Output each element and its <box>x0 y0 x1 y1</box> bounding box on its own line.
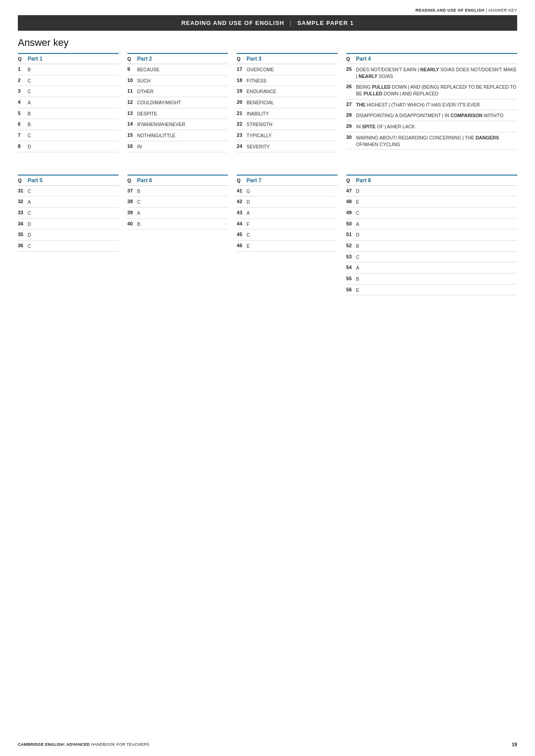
part3-q-label: Q <box>237 56 247 61</box>
table-row: 24SEVERITY <box>237 141 337 152</box>
sections-container: Q Part 1 1B 2C 3C 4A 5B 6B 7C 8D Q Part … <box>0 53 535 304</box>
table-row: 8D <box>18 141 119 152</box>
table-row: 4A <box>18 97 119 108</box>
part1-name: Part 1 <box>28 56 42 62</box>
table-row: 41G <box>237 186 337 197</box>
table-row: 42D <box>237 196 337 208</box>
table-row: 37B <box>128 186 228 197</box>
part2-name: Part 2 <box>137 56 152 62</box>
part7-q-label: Q <box>237 178 247 183</box>
table-row: 23TYPICALLY <box>237 130 337 141</box>
part6-header: Q Part 6 <box>128 176 228 186</box>
part1-q-label: Q <box>18 56 28 61</box>
part4-q-label: Q <box>346 56 356 61</box>
header-section: READING AND USE OF ENGLISH <box>416 8 485 12</box>
part2-table: Q Part 2 9BECAUSE 10SUCH 11OTHER 12COULD… <box>128 53 228 152</box>
table-row: 27 THE HIGHEST | (THAT/ WHICH) IT HAS EV… <box>346 99 517 110</box>
table-row: 13DESPITE <box>128 108 228 119</box>
table-row: 11OTHER <box>128 86 228 97</box>
table-row: 35D <box>18 229 119 241</box>
part5-table: Q Part 5 31C 32A 33C 34D 35D 36C <box>18 175 119 296</box>
table-row: 18FITNESS <box>237 75 337 86</box>
part7-name: Part 7 <box>247 177 261 184</box>
part3-name: Part 3 <box>247 56 261 62</box>
part5-name: Part 5 <box>28 177 42 184</box>
part2-header: Q Part 2 <box>128 54 228 64</box>
title-bar: READING AND USE OF ENGLISH | SAMPLE PAPE… <box>18 15 517 31</box>
table-row: 31C <box>18 186 119 197</box>
table-row: 1B <box>18 64 119 75</box>
table-row: 54A <box>346 262 517 274</box>
page-header: READING AND USE OF ENGLISH | ANSWER KEY <box>0 0 535 15</box>
table-row: 22STRENGTH <box>237 119 337 130</box>
table-row: 46E <box>237 241 337 252</box>
part1-table: Q Part 1 1B 2C 3C 4A 5B 6B 7C 8D <box>18 53 119 152</box>
table-row: 50A <box>346 219 517 230</box>
table-row: 12COULD/MAY/MIGHT <box>128 97 228 108</box>
row-section-2: Q Part 5 31C 32A 33C 34D 35D 36C Q Part … <box>0 175 535 296</box>
table-row: 14IF/WHEN/WHENEVER <box>128 119 228 130</box>
table-row: 51D <box>346 229 517 241</box>
part8-header: Q Part 8 <box>346 176 517 186</box>
part6-q-label: Q <box>128 178 137 183</box>
table-row: 55B <box>346 274 517 285</box>
table-row: 49C <box>346 208 517 219</box>
table-row: 30 WARNING ABOUT/ REGARDING/ CONCERNING … <box>346 132 517 150</box>
footer-left: CAMBRIDGE ENGLISH: ADVANCED HANDBOOK FOR… <box>18 742 149 747</box>
table-row: 39A <box>128 208 228 219</box>
table-row: 48E <box>346 196 517 208</box>
table-row: 7C <box>18 130 119 141</box>
table-row: 33C <box>18 208 119 219</box>
table-row: 28 DISAPPOINTING/ A DISAPPOINTMENT | IN … <box>346 110 517 121</box>
table-row: 17OVERCOME <box>237 64 337 75</box>
table-row: 19ENDURANCE <box>237 86 337 97</box>
table-row: 21INABILITY <box>237 108 337 119</box>
part3-header: Q Part 3 <box>237 54 337 64</box>
table-row: 38C <box>128 196 228 208</box>
table-row: 26 BEING PULLED DOWN | AND (BEING) REPLA… <box>346 82 517 99</box>
table-row: 47D <box>346 186 517 197</box>
table-row: 3C <box>18 86 119 97</box>
table-row: 25 DOES NOT/DOESN'T EARN | NEARLY SO/AS … <box>346 64 517 82</box>
table-row: 6B <box>18 119 119 130</box>
separator <box>0 161 535 175</box>
title-section: READING AND USE OF ENGLISH <box>181 20 284 26</box>
table-row: 56E <box>346 285 517 296</box>
part4-name: Part 4 <box>356 56 371 62</box>
table-row: 53C <box>346 252 517 263</box>
table-row: 43A <box>237 208 337 219</box>
answer-key-title: Answer key <box>0 31 535 53</box>
table-row: 2C <box>18 75 119 86</box>
table-row: 34D <box>18 219 119 230</box>
table-row: 16IN <box>128 141 228 152</box>
part6-name: Part 6 <box>137 177 152 184</box>
part1-header: Q Part 1 <box>18 54 119 64</box>
table-row: 10SUCH <box>128 75 228 86</box>
part2-q-label: Q <box>128 56 137 61</box>
part8-name: Part 8 <box>356 177 371 184</box>
part5-q-label: Q <box>18 178 28 183</box>
part5-header: Q Part 5 <box>18 176 119 186</box>
table-row: 29 IN SPITE OF | A/HER LACK <box>346 121 517 132</box>
table-row: 45C <box>237 229 337 241</box>
part8-q-label: Q <box>346 178 356 183</box>
table-row: 5B <box>18 108 119 119</box>
part4-header: Q Part 4 <box>346 54 517 64</box>
table-row: 20BENEFICIAL <box>237 97 337 108</box>
part7-table: Q Part 7 41G 42D 43A 44F 45C 46E <box>237 175 337 296</box>
table-row: 9BECAUSE <box>128 64 228 75</box>
table-row: 15NOTHING/LITTLE <box>128 130 228 141</box>
title-paper: SAMPLE PAPER 1 <box>297 20 354 26</box>
header-text: READING AND USE OF ENGLISH | ANSWER KEY <box>416 8 517 12</box>
part6-table: Q Part 6 37B 38C 39A 40B <box>128 175 228 296</box>
table-row: 44F <box>237 219 337 230</box>
title-pipe: | <box>290 20 292 26</box>
page-footer: CAMBRIDGE ENGLISH: ADVANCED HANDBOOK FOR… <box>18 742 517 747</box>
part7-header: Q Part 7 <box>237 176 337 186</box>
row-section-1: Q Part 1 1B 2C 3C 4A 5B 6B 7C 8D Q Part … <box>0 53 535 152</box>
footer-subtitle: HANDBOOK FOR TEACHERS <box>91 742 149 747</box>
table-row: 52B <box>346 241 517 252</box>
part3-table: Q Part 3 17OVERCOME 18FITNESS 19ENDURANC… <box>237 53 337 152</box>
page-number: 19 <box>512 742 517 747</box>
header-right: ANSWER KEY <box>488 8 517 12</box>
